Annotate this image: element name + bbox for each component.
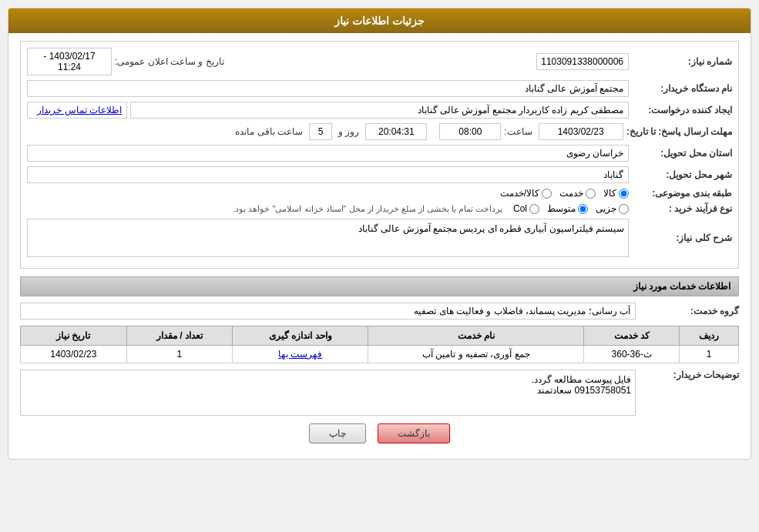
remaining-time-value: 20:04:31 [365, 123, 427, 140]
cell-code: ث-36-360 [584, 346, 680, 363]
need-desc-label: شرح کلی نیاز: [632, 233, 732, 243]
category-option-kala-label: کالا [603, 188, 616, 199]
button-row: بازگشت چاپ [20, 423, 739, 451]
category-option-khedmat-label: خدمت [559, 188, 583, 199]
delivery-province-value: خراسان رضوی [27, 145, 629, 162]
row-need-desc: شرح کلی نیاز: سیستم فیلتراسیون آبیاری قط… [27, 219, 732, 257]
announcement-date-label: تاریخ و ساعت اعلان عمومی: [115, 56, 224, 67]
row-buyer-org: نام دستگاه خریدار: مجتمع آموزش عالی گناب… [27, 80, 732, 97]
cell-date: 1403/02/23 [21, 346, 127, 363]
card-header: جزئیات اطلاعات نیاز [8, 8, 751, 33]
col-header-quantity: تعداد / مقدار [126, 326, 233, 346]
response-time-value: 08:00 [439, 123, 501, 140]
creator-value: مصطفی کریم زاده کاربردار مجتمع آموزش عال… [130, 102, 629, 119]
remaining-suffix: ساعت باقی مانده [235, 126, 303, 137]
purchase-type-desc: پرداخت تمام یا بخشی از مبلغ خریدار از مح… [233, 204, 502, 214]
cell-name: جمع آوری، تصفیه و تامین آب [368, 346, 584, 363]
response-time-label: ساعت: [504, 126, 532, 137]
category-option-both-label: کالا/خدمت [500, 188, 539, 199]
purchase-type-col[interactable]: Col [513, 203, 539, 214]
col-header-code: کد خدمت [584, 326, 680, 346]
row-delivery-province: استان محل تحویل: خراسان رضوی [27, 145, 732, 162]
buyer-notes-row: توضیحات خریدار: فایل پیوست مطالعه گردد. … [20, 370, 739, 416]
col-header-unit: واحد اندازه گیری [233, 326, 368, 346]
service-group-label: گروه خدمت: [639, 306, 739, 316]
purchase-type-jozi[interactable]: جزیی [596, 203, 629, 214]
table-header-row: ردیف کد خدمت نام خدمت واحد اندازه گیری ت… [21, 326, 739, 346]
service-group-row: گروه خدمت: آب رسانی؛ مدیریت پسماند، فاضل… [20, 303, 739, 320]
category-option-kala[interactable]: کالا [603, 188, 629, 199]
purchase-type-radio-group: جزیی متوسط Col [513, 203, 629, 214]
buyer-notes-value: فایل پیوست مطالعه گردد. 09153758051 سعاد… [20, 370, 636, 416]
cell-row: 1 [680, 346, 739, 363]
buyer-org-label: نام دستگاه خریدار: [632, 83, 732, 94]
row-need-number: شماره نیاز: 1103091338000006 تاریخ و ساع… [27, 48, 732, 75]
purchase-type-jozi-label: جزیی [596, 203, 616, 214]
need-number-value: 1103091338000006 [536, 53, 629, 70]
col-header-row: ردیف [680, 326, 739, 346]
remaining-days-label: روز و [338, 126, 359, 137]
info-section: شماره نیاز: 1103091338000006 تاریخ و ساع… [20, 41, 739, 269]
back-button[interactable]: بازگشت [378, 423, 450, 443]
category-radio-group: کالا خدمت کالا/خدمت [500, 188, 629, 199]
row-category: طبقه بندی موضوعی: کالا خدمت کالا/خدمت [27, 188, 732, 199]
print-button[interactable]: چاپ [309, 423, 366, 443]
main-card: جزئیات اطلاعات نیاز شماره نیاز: 11030913… [8, 8, 751, 460]
row-purchase-type: نوع فرآیند خرید : جزیی متوسط Col [27, 203, 732, 214]
table-row: 1 ث-36-360 جمع آوری، تصفیه و تامین آب فه… [21, 346, 739, 363]
need-number-label: شماره نیاز: [632, 56, 732, 67]
purchase-type-col-label: Col [513, 203, 527, 214]
row-response-deadline: مهلت ارسال پاسخ: تا تاریخ: 1403/02/23 سا… [27, 123, 732, 140]
buyer-notes-label: توضیحات خریدار: [639, 370, 739, 380]
row-delivery-city: شهر محل تحویل: گناباد [27, 166, 732, 183]
cell-unit[interactable]: فهرست بها [233, 346, 368, 363]
cell-quantity: 1 [126, 346, 233, 363]
delivery-province-label: استان محل تحویل: [632, 148, 732, 159]
category-label: طبقه بندی موضوعی: [632, 188, 732, 199]
delivery-city-value: گناباد [27, 166, 629, 183]
creator-label: ایجاد کننده درخواست: [632, 105, 732, 115]
purchase-type-label: نوع فرآیند خرید : [632, 203, 732, 214]
col-header-name: نام خدمت [368, 326, 584, 346]
col-header-date: تاریخ نیاز [21, 326, 127, 346]
need-desc-value: سیستم فیلتراسیون آبیاری قطره ای پردیس مج… [27, 219, 629, 257]
announcement-date-value: 1403/02/17 - 11:24 [27, 48, 112, 75]
buyer-org-value: مجتمع آموزش عالی گناباد [27, 80, 629, 97]
category-option-khedmat[interactable]: خدمت [559, 188, 596, 199]
category-option-both[interactable]: کالا/خدمت [500, 188, 552, 199]
response-date-value: 1403/02/23 [539, 123, 623, 140]
buyer-notes-wrapper: فایل پیوست مطالعه گردد. 09153758051 سعاد… [20, 370, 636, 416]
service-group-value: آب رسانی؛ مدیریت پسماند، فاضلاب و فعالیت… [20, 303, 636, 320]
row-creator: ایجاد کننده درخواست: مصطفی کریم زاده کار… [27, 102, 732, 119]
remaining-days-value: 5 [309, 123, 332, 140]
services-table: ردیف کد خدمت نام خدمت واحد اندازه گیری ت… [20, 326, 739, 363]
need-desc-wrapper: سیستم فیلتراسیون آبیاری قطره ای پردیس مج… [27, 219, 629, 257]
page-wrapper: جزئیات اطلاعات نیاز شماره نیاز: 11030913… [0, 0, 759, 532]
services-section-title: اطلاعات خدمات مورد نیاز [20, 276, 739, 296]
creator-link[interactable]: اطلاعات تماس خریدار [27, 102, 127, 119]
card-body: شماره نیاز: 1103091338000006 تاریخ و ساع… [8, 33, 751, 459]
purchase-type-motevaset[interactable]: متوسط [547, 203, 588, 214]
response-deadline-label: مهلت ارسال پاسخ: تا تاریخ: [626, 126, 732, 137]
purchase-type-motevaset-label: متوسط [547, 203, 576, 214]
delivery-city-label: شهر محل تحویل: [632, 169, 732, 180]
header-title: جزئیات اطلاعات نیاز [334, 15, 425, 27]
